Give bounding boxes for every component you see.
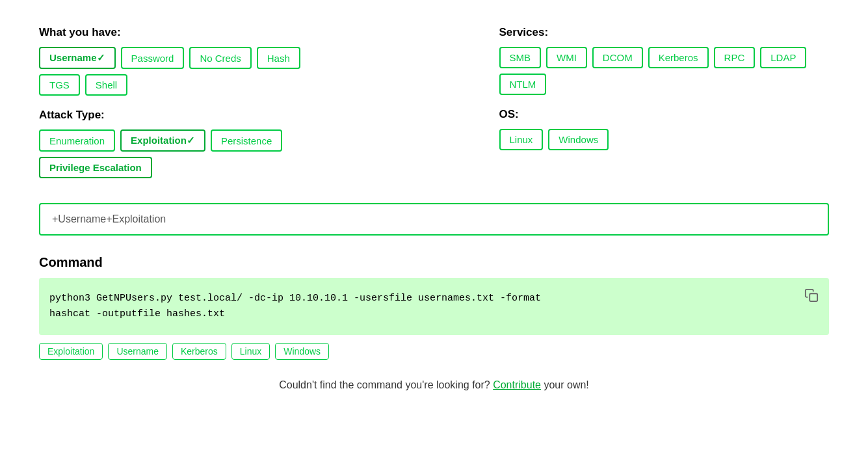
tag-enumeration[interactable]: Enumeration (39, 129, 115, 152)
tag-hash[interactable]: Hash (257, 47, 300, 69)
cmd-tag-windows: Windows (275, 343, 329, 360)
tag-ldap[interactable]: LDAP (760, 47, 806, 68)
tag-persistence[interactable]: Persistence (211, 129, 282, 152)
tag-password[interactable]: Password (121, 47, 185, 69)
services-title: Services: (499, 26, 830, 39)
footer-text: Couldn't find the command you're looking… (279, 379, 490, 390)
attack-type-title: Attack Type: (39, 109, 369, 122)
svg-rect-0 (809, 293, 817, 301)
command-line2: hashcat -outputfile hashes.txt (49, 308, 225, 319)
command-line1: python3 GetNPUsers.py test.local/ -dc-ip… (49, 293, 541, 304)
cmd-tag-kerberos: Kerberos (172, 343, 226, 360)
tag-exploitation[interactable]: Exploitation✓ (120, 129, 205, 152)
footer-suffix: your own! (544, 379, 588, 390)
tag-privilege-escalation[interactable]: Privilege Escalation (39, 157, 152, 178)
tag-wmi[interactable]: WMI (546, 47, 587, 68)
cmd-tag-linux: Linux (231, 343, 270, 360)
tag-dcom[interactable]: DCOM (592, 47, 643, 68)
tag-smb[interactable]: SMB (499, 47, 542, 68)
copy-icon[interactable] (804, 288, 819, 306)
attack-type-row2: Privilege Escalation (39, 157, 369, 178)
tag-rpc[interactable]: RPC (714, 47, 756, 68)
attack-type-row1: Enumeration Exploitation✓ Persistence (39, 129, 369, 152)
command-title: Command (39, 255, 829, 270)
tag-ntlm[interactable]: NTLM (499, 74, 547, 95)
tag-windows[interactable]: Windows (548, 129, 609, 150)
what-you-have-row2: TGS Shell (39, 74, 369, 96)
what-you-have-title: What you have: (39, 26, 369, 39)
cmd-tag-exploitation: Exploitation (39, 343, 103, 360)
tag-linux[interactable]: Linux (499, 129, 544, 150)
tag-no-creds[interactable]: No Creds (189, 47, 251, 69)
tag-username[interactable]: Username✓ (39, 47, 116, 69)
search-input[interactable] (39, 203, 829, 236)
tag-shell[interactable]: Shell (85, 74, 127, 96)
cmd-tag-username: Username (108, 343, 167, 360)
command-text: python3 GetNPUsers.py test.local/ -dc-ip… (49, 291, 819, 322)
contribute-link[interactable]: Contribute (493, 379, 541, 390)
command-box: python3 GetNPUsers.py test.local/ -dc-ip… (39, 278, 829, 335)
command-tags: Exploitation Username Kerberos Linux Win… (39, 343, 829, 360)
services-row2: NTLM (499, 74, 830, 95)
services-row1: SMB WMI DCOM Kerberos RPC LDAP (499, 47, 830, 68)
footer: Couldn't find the command you're looking… (39, 379, 829, 391)
tag-tgs[interactable]: TGS (39, 74, 80, 96)
os-row1: Linux Windows (499, 129, 830, 150)
command-section: Command python3 GetNPUsers.py test.local… (39, 255, 829, 360)
what-you-have-row1: Username✓ Password No Creds Hash (39, 47, 369, 69)
tag-kerberos[interactable]: Kerberos (648, 47, 709, 68)
os-title: OS: (499, 108, 830, 121)
